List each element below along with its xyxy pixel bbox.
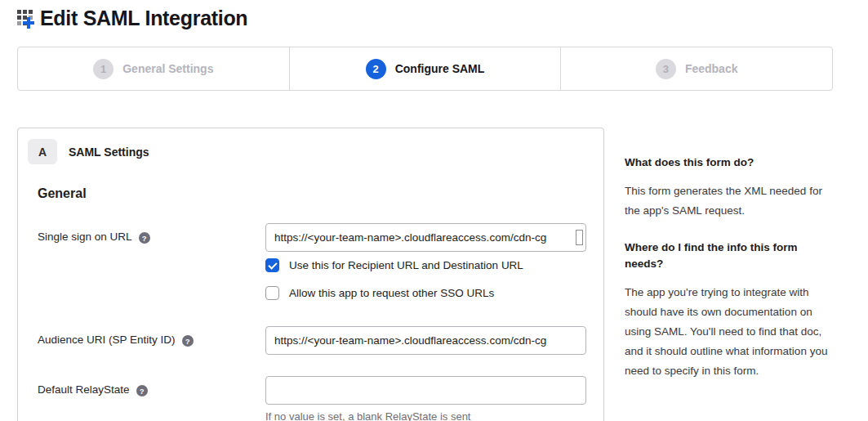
field-label-group: Default RelayState ? xyxy=(38,376,265,421)
input-wrapper xyxy=(265,326,586,355)
step-number-badge: 2 xyxy=(366,59,386,79)
checkbox-recipient-destination[interactable] xyxy=(265,258,279,272)
field-label-group: Audience URI (SP Entity ID) ? xyxy=(38,326,265,355)
wizard-stepper: 1 General Settings 2 Configure SAML 3 Fe… xyxy=(17,47,833,91)
field-default-relaystate: Default RelayState ? If no value is set,… xyxy=(38,376,603,421)
single-sign-on-url-label: Single sign on URL xyxy=(38,231,132,243)
sidebar-heading-what: What does this form do? xyxy=(625,155,831,171)
audience-uri-label: Audience URI (SP Entity ID) xyxy=(38,334,176,346)
saml-settings-panel: A SAML Settings General Single sign on U… xyxy=(17,128,604,421)
group-heading-general: General xyxy=(38,186,603,201)
plus-icon xyxy=(23,17,34,29)
single-sign-on-url-input[interactable] xyxy=(265,223,586,252)
relaystate-helper-text: If no value is set, a blank RelayState i… xyxy=(265,410,586,421)
sidebar-heading-where: Where do I find the info this form needs… xyxy=(625,240,831,272)
step-general-settings[interactable]: 1 General Settings xyxy=(18,47,289,90)
checkbox-other-sso-urls[interactable] xyxy=(265,286,279,300)
section-badge: A xyxy=(28,139,57,164)
sidebar-body-where: The app you're trying to integrate with … xyxy=(625,283,831,381)
apps-grid-plus-icon xyxy=(16,5,38,31)
field-audience-uri: Audience URI (SP Entity ID) ? xyxy=(38,326,603,355)
section-title: SAML Settings xyxy=(69,146,149,159)
checkbox-row-recipient-destination[interactable]: Use this for Recipient URL and Destinati… xyxy=(265,258,586,272)
section-header-saml-settings[interactable]: A SAML Settings xyxy=(28,139,603,164)
checkbox-label[interactable]: Allow this app to request other SSO URLs xyxy=(289,287,494,299)
step-label: General Settings xyxy=(122,62,213,75)
field-controls xyxy=(265,326,586,355)
help-icon[interactable]: ? xyxy=(182,335,194,347)
input-wrapper xyxy=(265,376,586,405)
help-icon[interactable]: ? xyxy=(136,385,148,396)
text-cursor xyxy=(576,230,583,245)
field-controls: Use this for Recipient URL and Destinati… xyxy=(265,223,586,300)
field-single-sign-on-url: Single sign on URL ? Use this for Recipi… xyxy=(38,223,603,300)
step-label: Configure SAML xyxy=(395,62,485,75)
step-configure-saml[interactable]: 2 Configure SAML xyxy=(289,47,561,90)
page-header: Edit SAML Integration xyxy=(16,5,247,31)
step-feedback[interactable]: 3 Feedback xyxy=(560,47,832,90)
input-wrapper xyxy=(265,223,586,252)
step-label: Feedback xyxy=(685,62,738,75)
default-relaystate-label: Default RelayState xyxy=(38,383,130,396)
help-icon[interactable]: ? xyxy=(139,232,150,244)
step-number-badge: 1 xyxy=(93,59,114,79)
checkbox-label[interactable]: Use this for Recipient URL and Destinati… xyxy=(289,259,523,271)
default-relaystate-input[interactable] xyxy=(265,376,586,405)
sidebar-body-what: This form generates the XML needed for t… xyxy=(625,181,831,221)
step-number-badge: 3 xyxy=(656,59,676,79)
page-title: Edit SAML Integration xyxy=(40,7,247,30)
audience-uri-input[interactable] xyxy=(265,326,586,355)
help-sidebar: What does this form do? This form genera… xyxy=(625,155,831,400)
field-controls: If no value is set, a blank RelayState i… xyxy=(265,376,586,421)
field-label-group: Single sign on URL ? xyxy=(38,223,265,300)
grid-squares-icon xyxy=(17,10,21,14)
checkbox-row-other-sso-urls[interactable]: Allow this app to request other SSO URLs xyxy=(265,286,586,300)
